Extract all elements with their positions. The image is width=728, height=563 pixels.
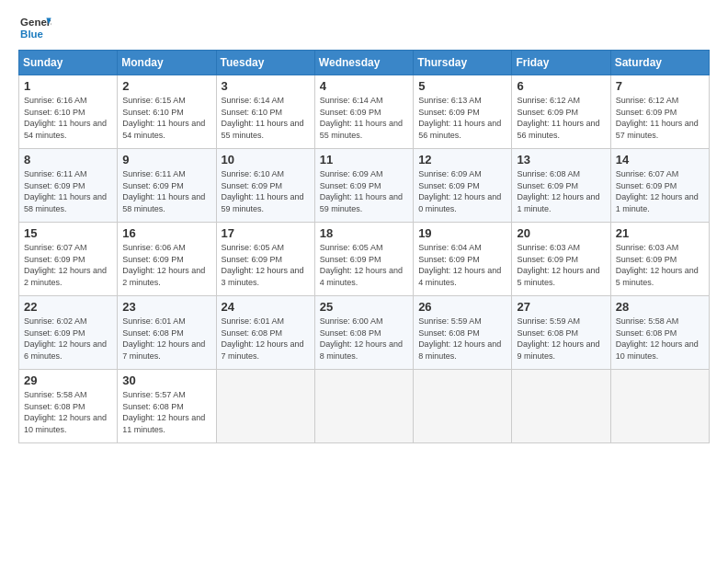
calendar-cell: 19 Sunrise: 6:04 AMSunset: 6:09 PMDaylig… bbox=[414, 223, 512, 296]
calendar-cell: 30 Sunrise: 5:57 AMSunset: 6:08 PMDaylig… bbox=[118, 370, 216, 443]
calendar-cell: 21 Sunrise: 6:03 AMSunset: 6:09 PMDaylig… bbox=[610, 223, 709, 296]
day-number: 4 bbox=[320, 79, 408, 93]
calendar-cell: 8 Sunrise: 6:11 AMSunset: 6:09 PMDayligh… bbox=[19, 149, 118, 223]
day-number: 25 bbox=[320, 300, 408, 314]
day-number: 5 bbox=[418, 79, 506, 93]
day-info: Sunrise: 6:02 AMSunset: 6:09 PMDaylight:… bbox=[24, 316, 112, 362]
day-number: 19 bbox=[418, 226, 506, 240]
day-info: Sunrise: 6:12 AMSunset: 6:09 PMDaylight:… bbox=[517, 95, 605, 141]
day-info: Sunrise: 5:58 AMSunset: 6:08 PMDaylight:… bbox=[24, 389, 112, 435]
day-info: Sunrise: 6:16 AMSunset: 6:10 PMDaylight:… bbox=[24, 95, 112, 141]
calendar-cell: 29 Sunrise: 5:58 AMSunset: 6:08 PMDaylig… bbox=[19, 370, 118, 443]
day-number: 6 bbox=[517, 79, 605, 93]
day-info: Sunrise: 6:03 AMSunset: 6:09 PMDaylight:… bbox=[517, 242, 605, 288]
day-number: 20 bbox=[517, 226, 605, 240]
day-number: 27 bbox=[517, 300, 605, 314]
calendar-cell: 25 Sunrise: 6:00 AMSunset: 6:08 PMDaylig… bbox=[314, 296, 413, 370]
calendar-cell: 6 Sunrise: 6:12 AMSunset: 6:09 PMDayligh… bbox=[512, 75, 610, 149]
calendar-cell: 13 Sunrise: 6:08 AMSunset: 6:09 PMDaylig… bbox=[512, 149, 610, 223]
day-number: 29 bbox=[24, 373, 112, 387]
day-number: 1 bbox=[24, 79, 112, 93]
calendar-cell bbox=[414, 370, 512, 443]
day-info: Sunrise: 6:03 AMSunset: 6:09 PMDaylight:… bbox=[616, 242, 704, 288]
col-header-monday: Monday bbox=[118, 51, 216, 75]
day-number: 15 bbox=[24, 226, 112, 240]
calendar-cell: 1 Sunrise: 6:16 AMSunset: 6:10 PMDayligh… bbox=[19, 75, 118, 149]
calendar-cell: 26 Sunrise: 5:59 AMSunset: 6:08 PMDaylig… bbox=[414, 296, 512, 370]
day-number: 11 bbox=[320, 153, 408, 167]
col-header-saturday: Saturday bbox=[610, 51, 709, 75]
calendar-cell: 5 Sunrise: 6:13 AMSunset: 6:09 PMDayligh… bbox=[414, 75, 512, 149]
day-info: Sunrise: 6:07 AMSunset: 6:09 PMDaylight:… bbox=[24, 242, 112, 288]
calendar-cell bbox=[512, 370, 610, 443]
day-info: Sunrise: 6:00 AMSunset: 6:08 PMDaylight:… bbox=[320, 316, 408, 362]
day-info: Sunrise: 6:12 AMSunset: 6:09 PMDaylight:… bbox=[616, 95, 704, 141]
calendar-cell: 23 Sunrise: 6:01 AMSunset: 6:08 PMDaylig… bbox=[118, 296, 216, 370]
day-number: 23 bbox=[122, 300, 210, 314]
day-number: 8 bbox=[24, 153, 112, 167]
day-number: 21 bbox=[616, 226, 704, 240]
day-number: 17 bbox=[222, 226, 310, 240]
calendar-cell: 15 Sunrise: 6:07 AMSunset: 6:09 PMDaylig… bbox=[19, 223, 118, 296]
day-info: Sunrise: 6:06 AMSunset: 6:09 PMDaylight:… bbox=[122, 242, 210, 288]
day-info: Sunrise: 6:09 AMSunset: 6:09 PMDaylight:… bbox=[320, 168, 408, 214]
calendar-cell: 17 Sunrise: 6:05 AMSunset: 6:09 PMDaylig… bbox=[216, 223, 314, 296]
day-number: 22 bbox=[24, 300, 112, 314]
day-info: Sunrise: 6:13 AMSunset: 6:09 PMDaylight:… bbox=[418, 95, 506, 141]
calendar-cell: 24 Sunrise: 6:01 AMSunset: 6:08 PMDaylig… bbox=[216, 296, 314, 370]
day-number: 7 bbox=[616, 79, 704, 93]
calendar-cell: 2 Sunrise: 6:15 AMSunset: 6:10 PMDayligh… bbox=[118, 75, 216, 149]
day-info: Sunrise: 6:08 AMSunset: 6:09 PMDaylight:… bbox=[517, 168, 605, 214]
day-info: Sunrise: 6:15 AMSunset: 6:10 PMDaylight:… bbox=[122, 95, 210, 141]
col-header-thursday: Thursday bbox=[414, 51, 512, 75]
day-number: 10 bbox=[222, 153, 310, 167]
calendar-cell: 20 Sunrise: 6:03 AMSunset: 6:09 PMDaylig… bbox=[512, 223, 610, 296]
day-info: Sunrise: 6:05 AMSunset: 6:09 PMDaylight:… bbox=[222, 242, 310, 288]
day-number: 13 bbox=[517, 153, 605, 167]
calendar-cell: 10 Sunrise: 6:10 AMSunset: 6:09 PMDaylig… bbox=[216, 149, 314, 223]
day-info: Sunrise: 6:01 AMSunset: 6:08 PMDaylight:… bbox=[122, 316, 210, 362]
day-number: 26 bbox=[418, 300, 506, 314]
calendar-cell bbox=[314, 370, 413, 443]
calendar-cell: 14 Sunrise: 6:07 AMSunset: 6:09 PMDaylig… bbox=[610, 149, 709, 223]
day-info: Sunrise: 6:01 AMSunset: 6:08 PMDaylight:… bbox=[222, 316, 310, 362]
day-info: Sunrise: 5:57 AMSunset: 6:08 PMDaylight:… bbox=[122, 389, 210, 435]
week-row-4: 22 Sunrise: 6:02 AMSunset: 6:09 PMDaylig… bbox=[19, 296, 710, 370]
day-number: 9 bbox=[122, 153, 210, 167]
col-header-wednesday: Wednesday bbox=[314, 51, 413, 75]
calendar-cell: 22 Sunrise: 6:02 AMSunset: 6:09 PMDaylig… bbox=[19, 296, 118, 370]
col-header-tuesday: Tuesday bbox=[216, 51, 314, 75]
calendar-cell bbox=[216, 370, 314, 443]
calendar-cell: 4 Sunrise: 6:14 AMSunset: 6:09 PMDayligh… bbox=[314, 75, 413, 149]
day-info: Sunrise: 6:10 AMSunset: 6:09 PMDaylight:… bbox=[222, 168, 310, 214]
col-header-friday: Friday bbox=[512, 51, 610, 75]
day-number: 16 bbox=[122, 226, 210, 240]
calendar-cell: 7 Sunrise: 6:12 AMSunset: 6:09 PMDayligh… bbox=[610, 75, 709, 149]
day-info: Sunrise: 6:05 AMSunset: 6:09 PMDaylight:… bbox=[320, 242, 408, 288]
day-info: Sunrise: 6:14 AMSunset: 6:09 PMDaylight:… bbox=[320, 95, 408, 141]
day-info: Sunrise: 5:59 AMSunset: 6:08 PMDaylight:… bbox=[418, 316, 506, 362]
day-info: Sunrise: 6:09 AMSunset: 6:09 PMDaylight:… bbox=[418, 168, 506, 214]
day-number: 18 bbox=[320, 226, 408, 240]
header: General Blue bbox=[18, 15, 710, 42]
calendar-cell: 27 Sunrise: 5:59 AMSunset: 6:08 PMDaylig… bbox=[512, 296, 610, 370]
calendar-cell: 11 Sunrise: 6:09 AMSunset: 6:09 PMDaylig… bbox=[314, 149, 413, 223]
day-info: Sunrise: 6:07 AMSunset: 6:09 PMDaylight:… bbox=[616, 168, 704, 214]
logo: General Blue bbox=[18, 15, 51, 42]
day-number: 3 bbox=[222, 79, 310, 93]
day-info: Sunrise: 6:11 AMSunset: 6:09 PMDaylight:… bbox=[24, 168, 112, 214]
week-row-3: 15 Sunrise: 6:07 AMSunset: 6:09 PMDaylig… bbox=[19, 223, 710, 296]
calendar-cell: 28 Sunrise: 5:58 AMSunset: 6:08 PMDaylig… bbox=[610, 296, 709, 370]
day-number: 12 bbox=[418, 153, 506, 167]
day-info: Sunrise: 6:04 AMSunset: 6:09 PMDaylight:… bbox=[418, 242, 506, 288]
calendar-table: SundayMondayTuesdayWednesdayThursdayFrid… bbox=[18, 50, 710, 443]
day-info: Sunrise: 6:11 AMSunset: 6:09 PMDaylight:… bbox=[122, 168, 210, 214]
week-row-5: 29 Sunrise: 5:58 AMSunset: 6:08 PMDaylig… bbox=[19, 370, 710, 443]
calendar-cell: 12 Sunrise: 6:09 AMSunset: 6:09 PMDaylig… bbox=[414, 149, 512, 223]
week-row-1: 1 Sunrise: 6:16 AMSunset: 6:10 PMDayligh… bbox=[19, 75, 710, 149]
calendar-cell: 3 Sunrise: 6:14 AMSunset: 6:10 PMDayligh… bbox=[216, 75, 314, 149]
calendar-cell: 18 Sunrise: 6:05 AMSunset: 6:09 PMDaylig… bbox=[314, 223, 413, 296]
day-number: 24 bbox=[222, 300, 310, 314]
day-info: Sunrise: 5:59 AMSunset: 6:08 PMDaylight:… bbox=[517, 316, 605, 362]
day-number: 30 bbox=[122, 373, 210, 387]
